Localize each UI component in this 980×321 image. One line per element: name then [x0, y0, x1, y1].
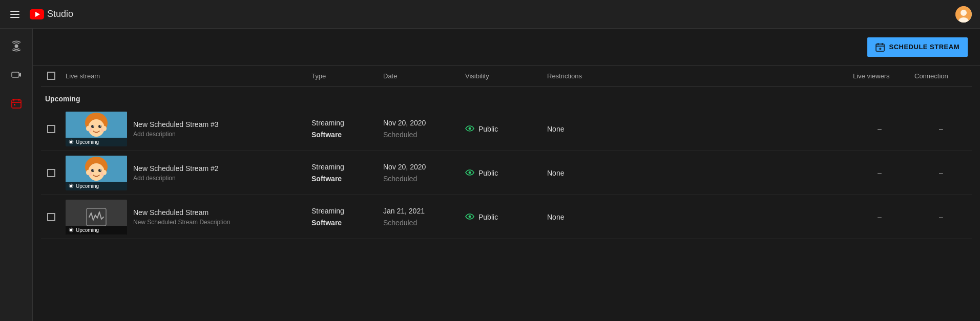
- schedule-stream-button[interactable]: SCHEDULE STREAM: [867, 37, 968, 57]
- table-header: Live stream Type Date Visibility Restric…: [41, 66, 972, 87]
- row1-date-cell: Nov 20, 2020 Scheduled: [379, 117, 461, 140]
- svg-point-46: [469, 171, 471, 174]
- svg-point-39: [100, 169, 101, 170]
- svg-point-48: [70, 229, 73, 231]
- svg-point-5: [14, 44, 18, 48]
- table-row: Upcoming New Scheduled Stream New Schedu…: [41, 195, 972, 239]
- schedule-btn-label: SCHEDULE STREAM: [889, 43, 960, 51]
- header-connection: Connection: [910, 72, 972, 80]
- select-all-checkbox[interactable]: [47, 72, 55, 80]
- calendar-add-icon: [875, 42, 885, 52]
- upcoming-section-label: Upcoming: [41, 87, 972, 107]
- table-row: Upcoming New Scheduled Stream #3 Add des…: [41, 107, 972, 151]
- row2-type-cell: Streaming Software: [307, 161, 379, 184]
- svg-point-43: [102, 170, 107, 175]
- row3-date-main: Jan 21, 2021: [383, 205, 457, 217]
- svg-point-22: [91, 125, 94, 128]
- row3-viewers: –: [849, 213, 910, 221]
- avatar-image: [955, 6, 972, 23]
- svg-point-28: [86, 126, 90, 131]
- svg-point-42: [86, 170, 90, 175]
- row3-stream-info-cell: Upcoming New Scheduled Stream New Schedu…: [61, 200, 307, 234]
- row1-stream-info-cell: Upcoming New Scheduled Stream #3 Add des…: [61, 112, 307, 146]
- svg-point-23: [98, 125, 101, 128]
- row1-stream-details: New Scheduled Stream #3 Add description: [133, 120, 219, 138]
- row1-type-cell: Streaming Software: [307, 117, 379, 140]
- row1-badge-text: Upcoming: [76, 139, 99, 145]
- streams-table: Live stream Type Date Visibility Restric…: [33, 66, 980, 321]
- waveform-icon: [86, 208, 107, 226]
- topbar: Studio: [0, 0, 980, 29]
- row2-connection: –: [910, 169, 972, 177]
- studio-label: Studio: [47, 9, 73, 19]
- badge-live-icon: [69, 227, 74, 232]
- header-restrictions: Restrictions: [543, 72, 849, 80]
- row2-title: New Scheduled Stream #2: [133, 164, 219, 173]
- avatar[interactable]: [955, 6, 972, 23]
- row3-visibility-icon: [465, 212, 474, 222]
- svg-point-25: [100, 125, 101, 126]
- camera-icon: [11, 69, 22, 83]
- row1-upcoming-badge: Upcoming: [66, 138, 127, 146]
- row2-type-sub: Software: [311, 173, 375, 184]
- svg-point-30: [70, 141, 73, 143]
- header-checkbox-cell[interactable]: [41, 72, 61, 80]
- row1-date-main: Nov 20, 2020: [383, 117, 457, 129]
- row2-visibility-cell: Public: [461, 168, 543, 178]
- row3-thumbnail: Upcoming: [66, 200, 127, 234]
- row2-stream-info-cell: Upcoming New Scheduled Stream #2 Add des…: [61, 156, 307, 190]
- table-row: Upcoming New Scheduled Stream #2 Add des…: [41, 151, 972, 195]
- row2-type-main: Streaming: [311, 161, 375, 173]
- row2-checkbox[interactable]: [47, 169, 55, 177]
- row1-title: New Scheduled Stream #3: [133, 120, 219, 129]
- row3-checkbox-cell[interactable]: [41, 213, 61, 221]
- badge-live-icon: [69, 139, 74, 144]
- row3-type-cell: Streaming Software: [307, 205, 379, 228]
- row2-date-main: Nov 20, 2020: [383, 161, 457, 173]
- svg-point-37: [98, 169, 101, 172]
- row3-title: New Scheduled Stream: [133, 208, 230, 217]
- row2-checkbox-cell[interactable]: [41, 169, 61, 177]
- row3-type-sub: Software: [311, 217, 375, 228]
- header-live-stream: Live stream: [61, 72, 307, 80]
- calendar-icon: [11, 98, 22, 112]
- row2-thumbnail: Upcoming: [66, 156, 127, 190]
- logo-area: Studio: [30, 9, 73, 19]
- svg-point-50: [469, 215, 471, 218]
- main-layout: SCHEDULE STREAM Live stream Type Date Vi…: [0, 29, 980, 321]
- row1-visibility-cell: Public: [461, 124, 543, 134]
- row1-visibility-icon: [465, 124, 474, 134]
- row3-visibility-cell: Public: [461, 212, 543, 222]
- svg-point-24: [93, 125, 94, 126]
- content-topbar: SCHEDULE STREAM: [33, 29, 980, 66]
- row1-type-main: Streaming: [311, 117, 375, 129]
- svg-point-29: [102, 126, 107, 131]
- svg-point-36: [91, 169, 94, 172]
- row1-viewers: –: [849, 125, 910, 133]
- svg-point-44: [70, 185, 73, 187]
- row2-upcoming-badge: Upcoming: [66, 182, 127, 190]
- sidebar-item-live[interactable]: [4, 35, 29, 59]
- sidebar-item-schedule[interactable]: [4, 92, 29, 117]
- sidebar-item-camera[interactable]: [4, 63, 29, 88]
- row3-checkbox[interactable]: [47, 213, 55, 221]
- youtube-logo-icon: [30, 9, 44, 19]
- row1-date-sub: Scheduled: [383, 129, 457, 140]
- row1-checkbox[interactable]: [47, 125, 55, 133]
- row1-checkbox-cell[interactable]: [41, 125, 61, 133]
- badge-live-icon: [69, 183, 74, 188]
- svg-point-32: [469, 127, 471, 130]
- row2-badge-text: Upcoming: [76, 183, 99, 189]
- row2-viewers: –: [849, 169, 910, 177]
- hamburger-menu-button[interactable]: [8, 9, 22, 20]
- row1-thumbnail: Upcoming: [66, 112, 127, 146]
- sidebar: [0, 29, 33, 321]
- live-icon: [11, 40, 22, 54]
- row2-stream-details: New Scheduled Stream #2 Add description: [133, 164, 219, 182]
- row3-date-cell: Jan 21, 2021 Scheduled: [379, 205, 461, 228]
- row2-restrictions: None: [543, 169, 849, 177]
- row1-connection: –: [910, 125, 972, 133]
- row3-type-main: Streaming: [311, 205, 375, 217]
- row1-restrictions: None: [543, 125, 849, 133]
- svg-rect-12: [14, 104, 15, 105]
